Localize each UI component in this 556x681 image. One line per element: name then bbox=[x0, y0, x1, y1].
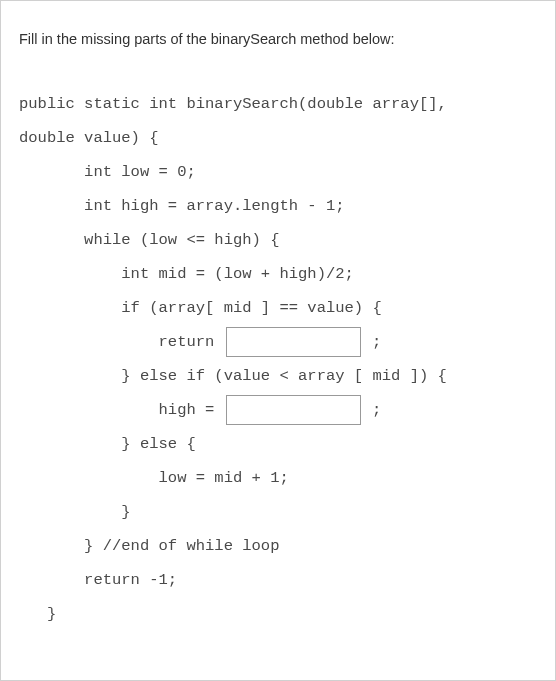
answer-blank-1[interactable] bbox=[226, 327, 361, 357]
code-text: int high = array.length - 1; bbox=[19, 189, 345, 223]
code-text: } //end of while loop bbox=[19, 529, 279, 563]
code-line: } else if (value < array [ mid ]) { bbox=[19, 359, 537, 393]
code-text: int mid = (low + high)/2; bbox=[19, 257, 354, 291]
code-line: double value) { bbox=[19, 121, 537, 155]
code-text: high = bbox=[19, 393, 224, 427]
code-text: } bbox=[19, 597, 56, 631]
code-text: int low = 0; bbox=[19, 155, 196, 189]
code-line-with-blank: high = ; bbox=[19, 393, 537, 427]
code-line: low = mid + 1; bbox=[19, 461, 537, 495]
code-text: ; bbox=[363, 393, 382, 427]
code-text: } else { bbox=[19, 427, 196, 461]
code-line: } else { bbox=[19, 427, 537, 461]
code-line: int high = array.length - 1; bbox=[19, 189, 537, 223]
code-line-with-blank: return ; bbox=[19, 325, 537, 359]
code-text: ; bbox=[363, 325, 382, 359]
code-text: while (low <= high) { bbox=[19, 223, 279, 257]
code-line: } bbox=[19, 597, 537, 631]
code-text: } bbox=[19, 495, 131, 529]
code-line: if (array[ mid ] == value) { bbox=[19, 291, 537, 325]
code-line: int mid = (low + high)/2; bbox=[19, 257, 537, 291]
code-text: return -1; bbox=[19, 563, 177, 597]
question-prompt: Fill in the missing parts of the binaryS… bbox=[19, 29, 537, 49]
code-block: public static int binarySearch(double ar… bbox=[19, 87, 537, 631]
code-line: } bbox=[19, 495, 537, 529]
code-text: double value) { bbox=[19, 121, 159, 155]
code-text: if (array[ mid ] == value) { bbox=[19, 291, 382, 325]
code-line: } //end of while loop bbox=[19, 529, 537, 563]
code-text: } else if (value < array [ mid ]) { bbox=[19, 359, 447, 393]
code-line: int low = 0; bbox=[19, 155, 537, 189]
code-line: public static int binarySearch(double ar… bbox=[19, 87, 537, 121]
answer-blank-2[interactable] bbox=[226, 395, 361, 425]
code-text: return bbox=[19, 325, 224, 359]
code-text: public static int binarySearch(double ar… bbox=[19, 87, 447, 121]
code-line: return -1; bbox=[19, 563, 537, 597]
code-line: while (low <= high) { bbox=[19, 223, 537, 257]
code-text: low = mid + 1; bbox=[19, 461, 289, 495]
